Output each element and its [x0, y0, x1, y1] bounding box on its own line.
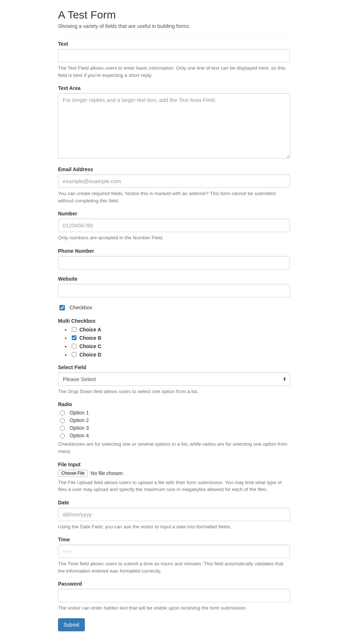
multicheck-item: Choice A — [70, 326, 290, 333]
radio-help: Checkboxes are for selecting one or seve… — [58, 441, 290, 455]
number-label: Number — [58, 211, 290, 216]
multicheck-input-a[interactable] — [72, 327, 76, 332]
time-input[interactable] — [58, 545, 290, 558]
radio-group: Option 1 Option 2 Option 3 Option 4 — [58, 409, 290, 438]
number-help: Only numbers are accepted in the Number … — [58, 234, 290, 242]
date-input[interactable] — [58, 508, 290, 521]
select-help: The Drop Down field allows users to sele… — [58, 388, 290, 395]
field-group-password: Password The visitor can enter hidden te… — [58, 581, 290, 612]
field-group-phone: Phone Number — [58, 248, 290, 269]
multicheck-input-d[interactable] — [72, 352, 76, 357]
text-label: Text — [58, 41, 290, 47]
text-help: The Text Field allows users to enter bas… — [58, 65, 290, 79]
radio-option-label: Option 4 — [70, 433, 89, 438]
multicheck-choice-label: Choice A — [79, 327, 101, 333]
file-status: No file chosen — [91, 470, 123, 476]
multicheck-input-c[interactable] — [72, 344, 76, 348]
website-input[interactable] — [58, 284, 290, 297]
date-help: Using the Date Field, you can ask the vi… — [58, 523, 290, 531]
email-input[interactable] — [58, 174, 290, 188]
field-group-date: Date Using the Date Field, you can ask t… — [58, 500, 290, 531]
multicheck-input-b[interactable] — [72, 335, 76, 340]
select-wrap: Please Select ▲▼ — [58, 372, 290, 386]
field-group-multicheck: Multi Checkbox Choice A Choice B Choice … — [58, 318, 290, 358]
field-group-checkbox: Checkbox — [58, 304, 290, 311]
password-label: Password — [58, 581, 290, 587]
password-help: The visitor can enter hidden text that w… — [58, 604, 290, 612]
multicheck-list: Choice A Choice B Choice C Choice D — [58, 326, 290, 358]
submit-button[interactable]: Submit — [58, 618, 85, 631]
number-input[interactable] — [58, 219, 290, 232]
field-group-text: Text The Text Field allows users to ente… — [58, 41, 290, 79]
field-group-select: Select Field Please Select ▲▼ The Drop D… — [58, 364, 290, 395]
multicheck-item: Choice D — [70, 351, 290, 358]
radio-label: Radio — [58, 401, 290, 407]
file-row: Choose File No file chosen — [58, 470, 290, 477]
radio-input-2[interactable] — [60, 418, 65, 423]
radio-input-4[interactable] — [60, 433, 65, 438]
page-subtitle: Showing a variety of fields that are use… — [58, 23, 290, 29]
field-group-time: Time The Time field allows users to subm… — [58, 537, 290, 574]
field-group-file: File Input Choose File No file chosen Th… — [58, 462, 290, 493]
field-group-email: Email Address You can create required fi… — [58, 166, 290, 204]
field-group-website: Website — [58, 276, 290, 297]
file-label: File Input — [58, 462, 290, 467]
textarea-label: Text Area — [58, 85, 290, 91]
select-label: Select Field — [58, 364, 290, 370]
multicheck-choice-label: Choice B — [79, 335, 102, 341]
field-group-radio: Radio Option 1 Option 2 Option 3 Option … — [58, 401, 290, 455]
website-label: Website — [58, 276, 290, 282]
radio-input-1[interactable] — [60, 410, 65, 416]
text-input[interactable] — [58, 49, 290, 62]
radio-option-label: Option 1 — [70, 410, 89, 416]
phone-input[interactable] — [58, 256, 290, 269]
page-title: A Test Form — [58, 9, 290, 21]
textarea-input[interactable] — [58, 93, 290, 158]
time-label: Time — [58, 537, 290, 542]
field-group-textarea: Text Area — [58, 85, 290, 160]
multicheck-choice-label: Choice C — [79, 343, 102, 349]
file-help: The File Upload field allows users to up… — [58, 479, 290, 493]
multicheck-label: Multi Checkbox — [58, 318, 290, 324]
checkbox-input[interactable] — [59, 305, 65, 310]
checkbox-label: Checkbox — [70, 305, 92, 310]
radio-input-3[interactable] — [60, 426, 65, 431]
email-label: Email Address — [58, 166, 290, 172]
date-label: Date — [58, 500, 290, 505]
radio-row: Option 2 — [58, 417, 290, 423]
field-group-number: Number Only numbers are accepted in the … — [58, 211, 290, 242]
radio-row: Option 4 — [58, 432, 290, 438]
phone-label: Phone Number — [58, 248, 290, 254]
email-help: You can create required fields. Notice t… — [58, 190, 290, 204]
form-container: A Test Form Showing a variety of fields … — [58, 0, 290, 644]
radio-option-label: Option 2 — [70, 417, 89, 423]
radio-row: Option 3 — [58, 425, 290, 431]
password-input[interactable] — [58, 589, 290, 602]
select-input[interactable]: Please Select — [58, 372, 290, 386]
time-help: The Time field allows users to submit a … — [58, 560, 290, 574]
divider — [58, 34, 290, 34]
multicheck-item: Choice C — [70, 343, 290, 350]
choose-file-button[interactable]: Choose File — [58, 470, 88, 477]
multicheck-choice-label: Choice D — [79, 352, 102, 358]
multicheck-item: Choice B — [70, 334, 290, 341]
radio-option-label: Option 3 — [70, 425, 89, 431]
radio-row: Option 1 — [58, 409, 290, 416]
